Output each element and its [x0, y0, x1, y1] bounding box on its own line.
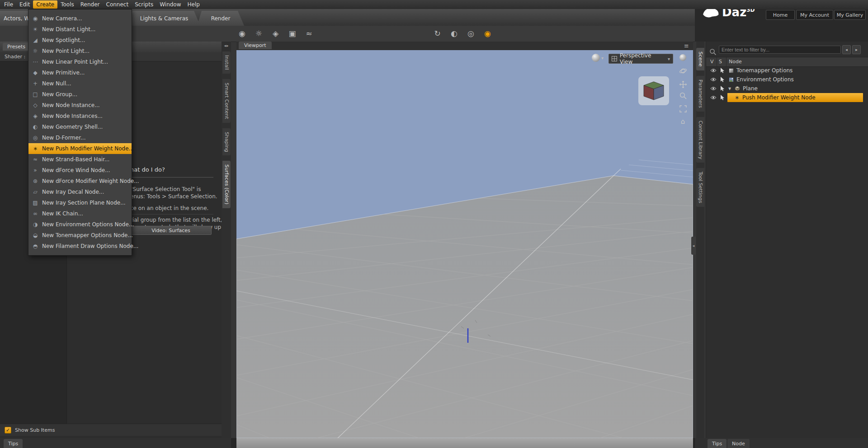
- menu-item-new-linear-point-light[interactable]: ⋯New Linear Point Light...: [28, 56, 132, 67]
- column-node[interactable]: Node: [729, 59, 742, 65]
- tab-lights-cameras[interactable]: Lights & Cameras: [128, 11, 200, 26]
- viewport-3d-scene[interactable]: ▾ Perspective View ▾: [236, 50, 693, 438]
- filter-prev-button[interactable]: ◂: [842, 45, 851, 54]
- home-view-icon[interactable]: ⌂: [679, 117, 687, 126]
- environment-options-icon: ◑: [32, 221, 39, 228]
- create-figure-icon[interactable]: ◈: [269, 28, 282, 40]
- visibility-eye-icon[interactable]: [710, 86, 717, 91]
- menu-window[interactable]: Window: [156, 0, 184, 9]
- menu-item-new-spotlight[interactable]: ◢New Spotlight...: [28, 35, 132, 46]
- show-sub-items-checkbox[interactable]: ✓: [5, 427, 11, 434]
- column-visible[interactable]: V: [710, 59, 714, 65]
- camera-sphere-icon[interactable]: [679, 53, 687, 62]
- menu-item-new-camera[interactable]: ◉New Camera...: [28, 13, 132, 24]
- tab-scene[interactable]: Scene: [696, 48, 704, 70]
- menu-item-new-geometry-shell[interactable]: ◐New Geometry Shell...: [28, 121, 132, 132]
- menu-item-new-iray-decal-node[interactable]: ▱New Iray Decal Node...: [28, 187, 132, 197]
- menu-item-new-push-modifier-weight-node[interactable]: ∗New Push Modifier Weight Node...: [28, 143, 132, 154]
- panel-collapse-handle[interactable]: ◂: [691, 237, 696, 255]
- my-account-button[interactable]: My Account: [796, 10, 833, 20]
- tree-row-tonemapper[interactable]: Tonemapper Options: [706, 66, 868, 75]
- active-camera-tool-icon[interactable]: ◉: [481, 28, 494, 40]
- video-surfaces-button[interactable]: Video: Surfaces: [130, 226, 212, 235]
- visibility-eye-icon[interactable]: [710, 95, 717, 100]
- tab-parameters[interactable]: Parameters: [696, 76, 704, 112]
- selectable-cursor-icon[interactable]: [719, 86, 726, 91]
- tab-shaping[interactable]: Shaping: [222, 128, 231, 156]
- tab-render[interactable]: Render: [197, 11, 244, 26]
- node-tab[interactable]: Node: [727, 439, 750, 448]
- null-icon: +: [32, 80, 39, 87]
- create-light-icon[interactable]: ☼: [253, 28, 265, 40]
- tips-tab-right[interactable]: Tips: [708, 439, 726, 448]
- selectable-cursor-icon[interactable]: [719, 95, 726, 100]
- menu-item-new-node-instances[interactable]: ◈New Node Instances...: [28, 111, 132, 121]
- menu-item-new-group[interactable]: □New Group...: [28, 89, 132, 100]
- viewport-tab[interactable]: Viewport: [239, 42, 272, 49]
- menu-item-new-point-light[interactable]: ☼New Point Light...: [28, 46, 132, 56]
- menu-item-new-iray-section-plane-node[interactable]: ▨New Iray Section Plane Node...: [28, 197, 132, 208]
- menu-item-new-distant-light[interactable]: ☀New Distant Light...: [28, 24, 132, 35]
- orbit-tool-icon[interactable]: [679, 66, 687, 75]
- tab-content-library[interactable]: Content Library: [696, 117, 704, 163]
- menu-item-new-filament-draw-options-node[interactable]: ◓New Filament Draw Options Node...: [28, 241, 132, 252]
- zoom-tool-icon[interactable]: [679, 91, 687, 100]
- geometry-shell-icon: ◐: [32, 124, 39, 130]
- create-camera-icon[interactable]: ◉: [236, 28, 248, 40]
- menu-item-new-environment-options-node[interactable]: ◑New Environment Options Node...: [28, 219, 132, 230]
- tab-tool-settings[interactable]: Tool Settings: [696, 168, 704, 207]
- column-selectable[interactable]: S: [719, 59, 722, 65]
- home-button[interactable]: Home: [766, 10, 795, 20]
- menu-item-new-primitive[interactable]: ◆New Primitive...: [28, 67, 132, 78]
- tips-tab-left[interactable]: Tips: [4, 439, 23, 448]
- filter-next-button[interactable]: ▸: [852, 45, 861, 54]
- menu-help[interactable]: Help: [184, 0, 203, 9]
- menu-item-new-dformer[interactable]: ◎New D-Former...: [28, 132, 132, 143]
- draw-style-tool-icon[interactable]: ◐: [448, 28, 460, 40]
- scene-filter-input[interactable]: [719, 46, 841, 54]
- create-measure-icon[interactable]: ≈: [303, 28, 315, 40]
- menu-item-new-ik-chain[interactable]: ∞New IK Chain...: [28, 208, 132, 219]
- selectable-cursor-icon[interactable]: [719, 68, 726, 73]
- node-selection-tool-icon[interactable]: ◎: [465, 28, 477, 40]
- menu-item-new-null[interactable]: +New Null...: [28, 78, 132, 89]
- menu-connect[interactable]: Connect: [103, 0, 132, 9]
- environment-icon: [728, 77, 734, 82]
- menu-edit[interactable]: Edit: [16, 0, 33, 9]
- scroll-left-icon[interactable]: ◂: [224, 43, 226, 48]
- presets-subtab[interactable]: Presets: [3, 43, 30, 51]
- menu-item-new-tonemapper-options-node[interactable]: ◒New Tonemapper Options Node...: [28, 230, 132, 241]
- expand-collapse-icon[interactable]: ▼: [727, 87, 732, 91]
- menu-item-new-node-instance[interactable]: ◇New Node Instance...: [28, 100, 132, 111]
- tree-row-plane[interactable]: ▼ Plane: [706, 84, 868, 93]
- visibility-eye-icon[interactable]: [710, 77, 717, 82]
- tree-row-push-modifier[interactable]: ∗ Push Modifier Weight Node: [706, 93, 868, 102]
- tab-install[interactable]: Install: [222, 51, 231, 74]
- menu-tools[interactable]: Tools: [57, 0, 77, 9]
- camera-view-dropdown[interactable]: Perspective View ▾: [609, 54, 673, 64]
- draw-style-sphere-icon[interactable]: [592, 54, 600, 62]
- selectable-cursor-icon[interactable]: [719, 77, 726, 82]
- frame-tool-icon[interactable]: [679, 104, 687, 113]
- scene-rotate-tool-icon[interactable]: ↻: [431, 28, 443, 40]
- my-gallery-button[interactable]: My Gallery: [834, 10, 866, 20]
- menu-render[interactable]: Render: [77, 0, 103, 9]
- menu-item-new-strand-based-hair[interactable]: ≈New Strand-Based Hair...: [28, 154, 132, 165]
- scroll-right-icon[interactable]: ▸: [226, 43, 229, 48]
- create-menu-dropdown: ◉New Camera... ☀New Distant Light... ◢Ne…: [28, 9, 132, 256]
- tree-row-environment[interactable]: Environment Options: [706, 75, 868, 84]
- create-prop-icon[interactable]: ▣: [286, 28, 298, 40]
- draw-style-selector[interactable]: ▾: [592, 54, 604, 62]
- menu-file[interactable]: File: [1, 0, 16, 9]
- tabstrip-scroll-arrows[interactable]: ◂ ▸: [222, 43, 231, 48]
- pan-tool-icon[interactable]: [679, 80, 687, 89]
- menu-scripts[interactable]: Scripts: [132, 0, 156, 9]
- viewport-pane-menu-icon[interactable]: ≡: [684, 43, 689, 49]
- menu-item-new-dforce-modifier-weight-node[interactable]: ⊛New dForce Modifier Weight Node...: [28, 176, 132, 187]
- tab-surfaces-color[interactable]: Surfaces (Color): [222, 161, 231, 208]
- menu-create[interactable]: Create: [33, 0, 57, 9]
- primitive-icon: ◆: [32, 70, 39, 76]
- tab-smart-content[interactable]: Smart Content: [222, 79, 231, 123]
- menu-item-new-dforce-wind-node[interactable]: »New dForce Wind Node...: [28, 165, 132, 176]
- visibility-eye-icon[interactable]: [710, 68, 717, 73]
